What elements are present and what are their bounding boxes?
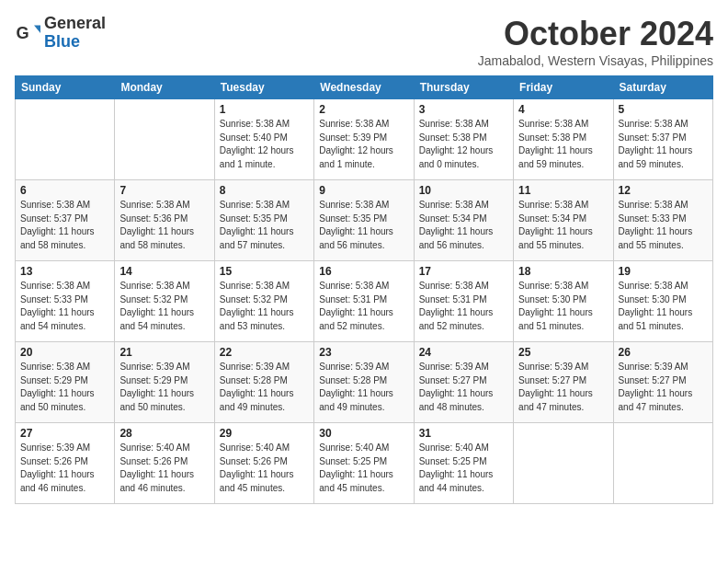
logo-icon: G [15, 20, 40, 46]
day-info: Sunrise: 5:39 AMSunset: 5:27 PMDaylight:… [419, 361, 508, 414]
day-cell-26: 26Sunrise: 5:39 AMSunset: 5:27 PMDayligh… [613, 342, 712, 423]
day-info: Sunrise: 5:38 AMSunset: 5:38 PMDaylight:… [518, 118, 608, 171]
day-cell-18: 18Sunrise: 5:38 AMSunset: 5:30 PMDayligh… [514, 261, 613, 342]
day-info: Sunrise: 5:38 AMSunset: 5:40 PMDaylight:… [220, 118, 309, 171]
day-number: 15 [220, 265, 309, 278]
day-cell-25: 25Sunrise: 5:39 AMSunset: 5:27 PMDayligh… [514, 342, 613, 423]
day-info: Sunrise: 5:38 AMSunset: 5:31 PMDaylight:… [319, 280, 408, 333]
day-number: 16 [319, 265, 408, 278]
day-info: Sunrise: 5:40 AMSunset: 5:25 PMDaylight:… [319, 442, 408, 495]
month-title: October 2024 [478, 15, 713, 53]
day-number: 7 [119, 184, 209, 197]
day-number: 6 [20, 184, 109, 197]
logo: G General Blue [15, 15, 106, 52]
day-cell-27: 27Sunrise: 5:39 AMSunset: 5:26 PMDayligh… [16, 423, 115, 504]
day-cell-2: 2Sunrise: 5:38 AMSunset: 5:39 PMDaylight… [314, 99, 414, 180]
day-cell-22: 22Sunrise: 5:39 AMSunset: 5:28 PMDayligh… [214, 342, 313, 423]
day-cell-6: 6Sunrise: 5:38 AMSunset: 5:37 PMDaylight… [16, 180, 115, 261]
day-cell-17: 17Sunrise: 5:38 AMSunset: 5:31 PMDayligh… [414, 261, 513, 342]
day-cell-23: 23Sunrise: 5:39 AMSunset: 5:28 PMDayligh… [314, 342, 414, 423]
day-number: 24 [419, 346, 508, 359]
day-number: 11 [518, 184, 608, 197]
empty-cell [16, 99, 115, 180]
day-info: Sunrise: 5:38 AMSunset: 5:34 PMDaylight:… [518, 199, 608, 252]
day-number: 8 [220, 184, 309, 197]
weekday-header-wednesday: Wednesday [314, 76, 414, 99]
day-info: Sunrise: 5:38 AMSunset: 5:37 PMDaylight:… [20, 199, 109, 252]
day-cell-12: 12Sunrise: 5:38 AMSunset: 5:33 PMDayligh… [613, 180, 712, 261]
day-number: 30 [319, 427, 408, 440]
weekday-header-sunday: Sunday [16, 76, 115, 99]
day-info: Sunrise: 5:38 AMSunset: 5:32 PMDaylight:… [220, 280, 309, 333]
weekday-header-row: SundayMondayTuesdayWednesdayThursdayFrid… [16, 76, 713, 99]
day-cell-29: 29Sunrise: 5:40 AMSunset: 5:26 PMDayligh… [214, 423, 313, 504]
calendar-week-1: 1Sunrise: 5:38 AMSunset: 5:40 PMDaylight… [16, 99, 713, 180]
logo-general-text: General [44, 15, 106, 33]
day-info: Sunrise: 5:38 AMSunset: 5:32 PMDaylight:… [119, 280, 209, 333]
day-info: Sunrise: 5:38 AMSunset: 5:29 PMDaylight:… [20, 361, 109, 414]
day-info: Sunrise: 5:38 AMSunset: 5:36 PMDaylight:… [119, 199, 209, 252]
day-cell-11: 11Sunrise: 5:38 AMSunset: 5:34 PMDayligh… [514, 180, 613, 261]
calendar-table: SundayMondayTuesdayWednesdayThursdayFrid… [15, 75, 713, 504]
day-number: 23 [319, 346, 408, 359]
day-cell-20: 20Sunrise: 5:38 AMSunset: 5:29 PMDayligh… [16, 342, 115, 423]
calendar-week-5: 27Sunrise: 5:39 AMSunset: 5:26 PMDayligh… [16, 423, 713, 504]
day-info: Sunrise: 5:38 AMSunset: 5:31 PMDaylight:… [419, 280, 508, 333]
day-number: 17 [419, 265, 508, 278]
day-info: Sunrise: 5:38 AMSunset: 5:37 PMDaylight:… [619, 118, 708, 171]
day-cell-8: 8Sunrise: 5:38 AMSunset: 5:35 PMDaylight… [214, 180, 313, 261]
day-info: Sunrise: 5:38 AMSunset: 5:33 PMDaylight:… [619, 199, 708, 252]
day-cell-31: 31Sunrise: 5:40 AMSunset: 5:25 PMDayligh… [414, 423, 513, 504]
day-number: 29 [220, 427, 309, 440]
day-info: Sunrise: 5:39 AMSunset: 5:27 PMDaylight:… [518, 361, 608, 414]
day-number: 4 [518, 103, 608, 116]
empty-cell [514, 423, 613, 504]
day-info: Sunrise: 5:39 AMSunset: 5:28 PMDaylight:… [220, 361, 309, 414]
day-info: Sunrise: 5:39 AMSunset: 5:28 PMDaylight:… [319, 361, 408, 414]
day-cell-28: 28Sunrise: 5:40 AMSunset: 5:26 PMDayligh… [115, 423, 214, 504]
weekday-header-thursday: Thursday [414, 76, 513, 99]
day-number: 10 [419, 184, 508, 197]
day-info: Sunrise: 5:40 AMSunset: 5:26 PMDaylight:… [119, 442, 209, 495]
empty-cell [613, 423, 712, 504]
day-number: 18 [518, 265, 608, 278]
svg-text:G: G [16, 23, 28, 41]
day-info: Sunrise: 5:38 AMSunset: 5:33 PMDaylight:… [20, 280, 109, 333]
day-number: 14 [119, 265, 209, 278]
day-info: Sunrise: 5:40 AMSunset: 5:25 PMDaylight:… [419, 442, 508, 495]
location-text: Jamabalod, Western Visayas, Philippines [478, 53, 713, 68]
day-cell-4: 4Sunrise: 5:38 AMSunset: 5:38 PMDaylight… [514, 99, 613, 180]
day-number: 9 [319, 184, 408, 197]
day-number: 21 [119, 346, 209, 359]
day-number: 31 [419, 427, 508, 440]
day-info: Sunrise: 5:39 AMSunset: 5:29 PMDaylight:… [119, 361, 209, 414]
calendar-week-3: 13Sunrise: 5:38 AMSunset: 5:33 PMDayligh… [16, 261, 713, 342]
day-info: Sunrise: 5:38 AMSunset: 5:30 PMDaylight:… [518, 280, 608, 333]
day-number: 28 [119, 427, 209, 440]
day-cell-9: 9Sunrise: 5:38 AMSunset: 5:35 PMDaylight… [314, 180, 414, 261]
day-cell-7: 7Sunrise: 5:38 AMSunset: 5:36 PMDaylight… [115, 180, 214, 261]
day-number: 20 [20, 346, 109, 359]
calendar-week-4: 20Sunrise: 5:38 AMSunset: 5:29 PMDayligh… [16, 342, 713, 423]
day-info: Sunrise: 5:38 AMSunset: 5:34 PMDaylight:… [419, 199, 508, 252]
weekday-header-monday: Monday [115, 76, 214, 99]
day-cell-14: 14Sunrise: 5:38 AMSunset: 5:32 PMDayligh… [115, 261, 214, 342]
day-info: Sunrise: 5:40 AMSunset: 5:26 PMDaylight:… [220, 442, 309, 495]
day-number: 1 [220, 103, 309, 116]
day-number: 25 [518, 346, 608, 359]
day-cell-10: 10Sunrise: 5:38 AMSunset: 5:34 PMDayligh… [414, 180, 513, 261]
day-info: Sunrise: 5:38 AMSunset: 5:35 PMDaylight:… [220, 199, 309, 252]
empty-cell [115, 99, 214, 180]
day-number: 27 [20, 427, 109, 440]
title-block: October 2024 Jamabalod, Western Visayas,… [478, 15, 713, 68]
day-number: 22 [220, 346, 309, 359]
day-cell-24: 24Sunrise: 5:39 AMSunset: 5:27 PMDayligh… [414, 342, 513, 423]
day-number: 5 [619, 103, 708, 116]
calendar-week-2: 6Sunrise: 5:38 AMSunset: 5:37 PMDaylight… [16, 180, 713, 261]
weekday-header-friday: Friday [514, 76, 613, 99]
day-info: Sunrise: 5:39 AMSunset: 5:26 PMDaylight:… [20, 442, 109, 495]
day-number: 12 [619, 184, 708, 197]
day-info: Sunrise: 5:38 AMSunset: 5:30 PMDaylight:… [619, 280, 708, 333]
page-header: G General Blue October 2024 Jamabalod, W… [15, 15, 713, 68]
day-cell-5: 5Sunrise: 5:38 AMSunset: 5:37 PMDaylight… [613, 99, 712, 180]
